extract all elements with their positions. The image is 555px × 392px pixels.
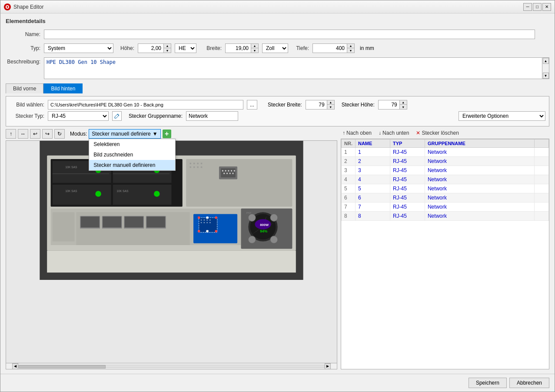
- breite-input[interactable]: [225, 43, 251, 53]
- tab-bild-vorne[interactable]: Bild vorne: [6, 83, 43, 93]
- name-input[interactable]: [44, 30, 535, 39]
- minimize-button[interactable]: ─: [523, 3, 532, 11]
- tiefe-up-btn[interactable]: ▲: [347, 44, 354, 48]
- desc-scroll-down-btn[interactable]: ▼: [543, 73, 549, 79]
- mode-option-bild-zuschneiden[interactable]: Bild zuschneiden: [89, 149, 175, 160]
- stecker-typ-edit-btn[interactable]: [112, 111, 122, 121]
- he-select[interactable]: HE: [175, 43, 196, 53]
- breite-up-btn[interactable]: ▲: [251, 44, 258, 48]
- svg-point-37: [226, 173, 228, 174]
- breite-down-btn[interactable]: ▼: [251, 48, 258, 53]
- mode-dropdown-btn[interactable]: Stecker manuell definiere ▼: [89, 129, 160, 139]
- table-body: 1 1 RJ-45 Network 2 2 RJ-45 Network 3 3 …: [342, 148, 549, 221]
- table-row[interactable]: 1 1 RJ-45 Network: [342, 148, 549, 157]
- cell-extra: [535, 148, 549, 157]
- cell-extra: [535, 157, 549, 166]
- left-right-btn[interactable]: ↔: [18, 129, 28, 139]
- nach-unten-label: Nach unten: [382, 130, 409, 136]
- table-row[interactable]: 7 7 RJ-45 Network: [342, 203, 549, 212]
- scroll-track: [18, 365, 325, 368]
- app-icon: [4, 3, 11, 10]
- image-container: 10K SAS 10K SAS 10K SAS 10K SAS: [6, 140, 337, 363]
- svg-text:10K  SAS: 10K SAS: [65, 189, 77, 193]
- mode-option-selektieren[interactable]: Selektieren: [89, 139, 175, 149]
- scroll-thumb[interactable]: [19, 365, 106, 369]
- col-name: NAME: [355, 140, 390, 148]
- table-row[interactable]: 8 8 RJ-45 Network: [342, 212, 549, 221]
- scroll-right-btn[interactable]: ▶: [325, 363, 331, 369]
- image-panel: ↑ ↔ ↩ ↪ ↻ Modus: Stecker manuell definie…: [6, 129, 337, 369]
- bild-waehlen-label: Bild wählen:: [10, 102, 44, 108]
- cell-gruppe: Network: [425, 175, 534, 184]
- hoehe-down-btn[interactable]: ▼: [164, 48, 171, 53]
- table-row[interactable]: 6 6 RJ-45 Network: [342, 193, 549, 203]
- up-arrow-icon: ↑: [342, 130, 345, 136]
- tiefe-down-btn[interactable]: ▼: [347, 48, 354, 53]
- erweiterte-optionen-select[interactable]: Erweiterte Optionen: [459, 111, 545, 121]
- table-row[interactable]: 4 4 RJ-45 Network: [342, 175, 549, 184]
- shape-editor-window: Shape Editor ─ □ ✕ Elementdetails Name: …: [0, 0, 555, 392]
- add-connector-btn[interactable]: +: [163, 130, 171, 138]
- description-input[interactable]: HPE DL380 Gen 10 Shape: [44, 57, 542, 79]
- svg-point-19: [154, 191, 160, 196]
- svg-rect-61: [204, 219, 205, 221]
- stecker-breite-up[interactable]: ▲: [327, 100, 334, 105]
- hoehe-input[interactable]: [138, 43, 164, 53]
- svg-point-77: [248, 236, 256, 243]
- image-scrollbar[interactable]: ◀ ▶: [6, 363, 337, 369]
- stecker-hoehe-down[interactable]: ▼: [400, 105, 407, 109]
- table-panel: ↑ Nach oben ↓ Nach unten ✕ Stecker lösch…: [341, 129, 549, 369]
- svg-rect-22: [193, 163, 195, 164]
- cell-typ: RJ-45: [390, 175, 425, 184]
- mode-option-stecker-definieren[interactable]: Stecker manuell definieren: [89, 160, 175, 170]
- svg-rect-15: [113, 185, 172, 205]
- svg-text:10K  SAS: 10K SAS: [116, 189, 129, 193]
- abbrechen-btn[interactable]: Abbrechen: [509, 378, 549, 388]
- desc-scroll-up-btn[interactable]: ▲: [543, 58, 549, 64]
- cell-nr: 6: [342, 193, 356, 203]
- hoehe-up-btn[interactable]: ▲: [164, 44, 171, 48]
- typ-select[interactable]: System: [44, 43, 113, 53]
- maximize-button[interactable]: □: [533, 3, 542, 11]
- cell-name: 2: [355, 157, 390, 166]
- tiefe-input[interactable]: [312, 43, 347, 53]
- cell-name: 1: [355, 148, 390, 157]
- svg-point-1: [7, 6, 8, 8]
- table-row[interactable]: 5 5 RJ-45 Network: [342, 184, 549, 193]
- tab-bild-hinten[interactable]: Bild hinten: [43, 83, 83, 93]
- modus-label: Modus:: [70, 131, 87, 137]
- svg-rect-47: [81, 216, 100, 227]
- zoll-select[interactable]: Zoll: [262, 43, 288, 53]
- svg-rect-57: [215, 230, 217, 232]
- close-button[interactable]: ✕: [542, 3, 551, 11]
- table-row[interactable]: 2 2 RJ-45 Network: [342, 157, 549, 166]
- scroll-left-btn[interactable]: ◀: [12, 363, 18, 369]
- gruppenname-input[interactable]: [186, 111, 238, 121]
- stecker-hoehe-up[interactable]: ▲: [400, 100, 407, 105]
- svg-rect-26: [193, 166, 195, 168]
- redo-btn[interactable]: ↪: [42, 129, 53, 139]
- stecker-typ-select[interactable]: RJ-45: [48, 111, 109, 121]
- stecker-hoehe-input[interactable]: [378, 100, 400, 110]
- nach-unten-btn[interactable]: ↓ Nach unten: [377, 129, 411, 137]
- svg-point-32: [225, 170, 226, 171]
- breite-label: Breite:: [200, 45, 222, 51]
- cell-typ: RJ-45: [390, 148, 425, 157]
- svg-rect-50: [146, 216, 165, 227]
- speichern-btn[interactable]: Speichern: [469, 378, 507, 388]
- nach-oben-btn[interactable]: ↑ Nach oben: [341, 129, 373, 137]
- stecker-loeschen-btn[interactable]: ✕ Stecker löschen: [414, 129, 460, 137]
- cell-nr: 3: [342, 166, 356, 175]
- stecker-breite-input[interactable]: [306, 100, 327, 110]
- table-row[interactable]: 3 3 RJ-45 Network: [342, 166, 549, 175]
- stecker-breite-down[interactable]: ▼: [327, 105, 334, 109]
- refresh-btn[interactable]: ↻: [54, 129, 65, 139]
- bild-browse-btn[interactable]: ...: [247, 100, 257, 110]
- up-arrow-btn[interactable]: ↑: [6, 129, 16, 139]
- bild-path-input[interactable]: [48, 100, 243, 110]
- hoehe-spinner-btns: ▲ ▼: [164, 43, 171, 53]
- name-label: Name:: [6, 31, 40, 37]
- undo-btn[interactable]: ↩: [30, 129, 40, 139]
- cell-typ: RJ-45: [390, 166, 425, 175]
- svg-rect-21: [190, 163, 191, 164]
